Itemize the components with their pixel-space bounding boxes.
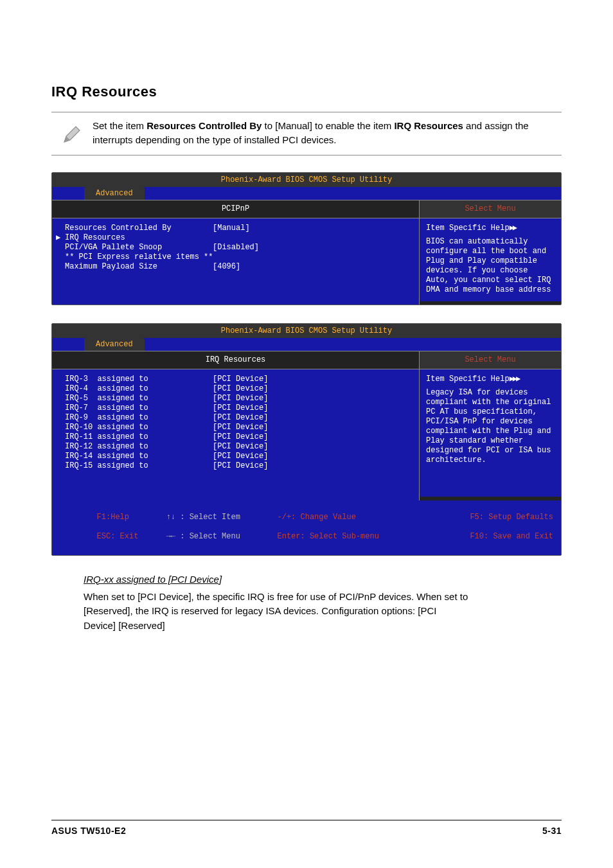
bios-main-content: Resources Controlled By[Manual]▶IRQ Reso… [52, 218, 419, 305]
bios-panel-irq: Phoenix-Award BIOS CMOS Setup Utility Ad… [51, 323, 562, 556]
bios-item-value: [Manual] [213, 224, 250, 233]
bios-main-title: PCIPnP [52, 200, 419, 218]
bios-item-label: Maximum Payload Size [65, 262, 213, 272]
bios-panel-pcipnp: Phoenix-Award BIOS CMOS Setup Utility Ad… [51, 172, 562, 305]
bios-item-value: [4096] [213, 262, 240, 272]
bios-row[interactable]: IRQ-10 assigned to[PCI Device] [65, 423, 406, 432]
bios-row[interactable]: PCI/VGA Pallete Snoop[Disabled] [65, 243, 406, 252]
pencil-icon [51, 119, 93, 147]
bios-item-value: [Disabled] [213, 243, 259, 252]
section-heading: IRQ Resources [51, 84, 562, 100]
bios-item-value: [PCI Device] [213, 403, 268, 413]
bios-item-value: [PCI Device] [213, 375, 268, 384]
bios-row[interactable]: ** PCI Express relative items ** [65, 252, 406, 262]
bios-item-label: PCI/VGA Pallete Snoop [65, 243, 213, 252]
bios-item-label: IRQ-3 assigned to [65, 375, 213, 384]
bios-item-value: [PCI Device] [213, 384, 268, 394]
bios-row[interactable]: Maximum Payload Size[4096] [65, 262, 406, 272]
page-footer: ASUS TW510-E2 5-31 [51, 820, 562, 836]
chevron-right-icon: ▶▶ [510, 224, 516, 233]
bios-help-content: Item Specific Help▶▶▶ Legacy ISA for dev… [420, 369, 561, 497]
bios-row[interactable]: Resources Controlled By[Manual] [65, 224, 406, 233]
note-text: Set the item Resources Controlled By to … [93, 119, 562, 147]
bios-item-label: IRQ-5 assigned to [65, 394, 213, 403]
bios-item-value: [PCI Device] [213, 461, 268, 471]
bios-help-content: Item Specific Help▶▶ BIOS can automatica… [420, 218, 561, 301]
pointer-icon: ▶ [56, 233, 60, 243]
bios-item-label: Resources Controlled By [65, 224, 213, 233]
bios-item-value: [PCI Device] [213, 432, 268, 442]
sub-heading: IRQ-xx assigned to [PCI Device] [84, 574, 562, 585]
footer-page-number: 5-31 [542, 826, 562, 836]
bios-row[interactable]: IRQ-3 assigned to[PCI Device] [65, 375, 406, 384]
bios-item-label: IRQ-4 assigned to [65, 384, 213, 394]
footer-product: ASUS TW510-E2 [51, 826, 126, 836]
bios-header: Phoenix-Award BIOS CMOS Setup Utility [52, 324, 561, 338]
chevron-right-icon: ▶▶▶ [510, 375, 520, 384]
bios-item-label: IRQ Resources [65, 233, 213, 243]
bios-item-value: [PCI Device] [213, 423, 268, 432]
bios-row[interactable]: IRQ-11 assigned to[PCI Device] [65, 432, 406, 442]
bios-row[interactable]: IRQ-9 assigned to[PCI Device] [65, 413, 406, 423]
bios-side-title: Select Menu [420, 351, 561, 369]
bios-side-title: Select Menu [420, 200, 561, 218]
bios-tabs: Advanced [52, 187, 561, 200]
bios-item-label: IRQ-9 assigned to [65, 413, 213, 423]
note-block: Set the item Resources Controlled By to … [51, 112, 562, 155]
tab-advanced[interactable]: Advanced [84, 338, 145, 351]
bios-row[interactable]: IRQ-5 assigned to[PCI Device] [65, 394, 406, 403]
bios-item-label: ** PCI Express relative items ** [65, 252, 213, 262]
bios-item-label: IRQ-11 assigned to [65, 432, 213, 442]
bios-item-label: IRQ-14 assigned to [65, 452, 213, 461]
bios-row[interactable]: IRQ-4 assigned to[PCI Device] [65, 384, 406, 394]
tab-advanced[interactable]: Advanced [84, 187, 145, 200]
bios-item-value: [PCI Device] [213, 413, 268, 423]
bios-item-value: [PCI Device] [213, 452, 268, 461]
bios-item-label: IRQ-12 assigned to [65, 442, 213, 452]
body-paragraph: When set to [PCI Device], the specific I… [84, 590, 469, 633]
bios-row[interactable]: ▶IRQ Resources [65, 233, 406, 243]
bios-row[interactable]: IRQ-14 assigned to[PCI Device] [65, 452, 406, 461]
bios-item-value: [PCI Device] [213, 442, 268, 452]
bios-row[interactable]: IRQ-7 assigned to[PCI Device] [65, 403, 406, 413]
bios-header: Phoenix-Award BIOS CMOS Setup Utility [52, 173, 561, 187]
bios-row[interactable]: IRQ-12 assigned to[PCI Device] [65, 442, 406, 452]
bios-item-label: IRQ-7 assigned to [65, 403, 213, 413]
bios-item-value: [PCI Device] [213, 394, 268, 403]
bios-footer: F1:Help ↑↓ : Select Item ESC: Exit →← : … [52, 500, 561, 555]
bios-main-title: IRQ Resources [52, 351, 419, 369]
bios-item-label: IRQ-10 assigned to [65, 423, 213, 432]
bios-main-content: IRQ-3 assigned to[PCI Device]IRQ-4 assig… [52, 369, 419, 500]
bios-item-label: IRQ-15 assigned to [65, 461, 213, 471]
bios-row[interactable]: IRQ-15 assigned to[PCI Device] [65, 461, 406, 471]
bios-tabs: Advanced [52, 338, 561, 351]
